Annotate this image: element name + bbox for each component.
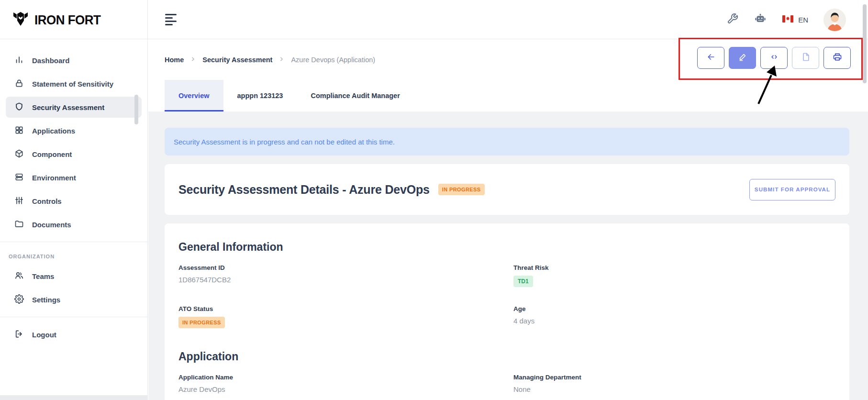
sidebar-item-label: Environment [32,174,76,182]
sidebar-scrollbar-thumb[interactable] [134,95,138,124]
lock-icon [14,78,24,89]
arrow-left-icon [706,52,716,64]
sidebar-item-logout[interactable]: Logout [6,324,142,345]
logout-icon [14,329,24,340]
action-toolbar [697,47,851,69]
field-value: 4 days [513,317,835,325]
header-actions: EN [727,0,846,39]
page-content: Security Assessment is in progress and c… [148,111,868,400]
chevron-right-icon [278,56,285,64]
sidebar-item-label: Settings [32,296,60,304]
ato-status-badge: IN PROGRESS [178,317,225,328]
general-information-card: General Information Assessment ID 1D8675… [165,223,849,400]
field-value: 1D867547DCB2 [178,276,513,284]
tab-bar: Overview apppn 123123 Compliance Audit M… [148,80,868,111]
breadcrumb-home[interactable]: Home [165,56,184,64]
language-label: EN [798,16,808,24]
edit-button[interactable] [729,47,756,69]
server-icon [14,172,24,183]
field-label: Managing Department [513,374,835,381]
field-age: Age 4 days [513,305,835,328]
printer-icon [833,52,842,64]
field-value: Azure DevOps [178,385,513,393]
sliders-icon [14,196,24,207]
sidebar-divider [0,242,147,242]
application-section: Application Application Name Azure DevOp… [178,350,835,393]
top-header: IRON FORT [0,0,868,39]
field-ato-status: ATO Status IN PROGRESS [178,305,513,328]
sidebar-item-controls[interactable]: Controls [6,190,142,211]
sidebar-item-applications[interactable]: Applications [6,120,142,141]
sidebar-item-label: Teams [32,272,54,280]
field-label: ATO Status [178,305,513,312]
breadcrumb-security-assessment[interactable]: Security Assessment [202,56,272,64]
chevron-right-icon [190,56,196,64]
field-application-name: Application Name Azure DevOps [178,374,513,393]
grid-icon [14,125,24,136]
field-label: Threat Risk [513,264,835,271]
sidebar-divider [0,317,147,317]
field-managing-department: Managing Department None [513,374,835,393]
application-heading: Application [178,350,835,363]
submit-for-approval-button[interactable]: SUBMIT FOR APPROVAL [749,179,835,200]
sidebar-item-dashboard[interactable]: Dashboard [6,50,142,71]
sidebar-item-label: Logout [32,331,56,339]
sidebar-section-organization: ORGANIZATION [0,249,147,263]
back-button[interactable] [697,47,724,69]
general-information-heading: General Information [178,241,835,254]
page-scrollbar-thumb[interactable] [863,4,867,83]
robot-icon[interactable] [754,12,767,27]
language-selector[interactable]: EN [782,15,808,24]
sidebar-item-component[interactable]: Component [6,144,142,165]
sidebar-item-label: Component [32,150,72,158]
sidebar-horizontal-scrollbar[interactable] [0,395,148,400]
main-area: Home Security Assessment Azure Devops (A… [148,39,868,400]
cube-icon [14,149,24,160]
field-label: Application Name [178,374,513,381]
folder-icon [14,219,24,230]
shield-icon [14,102,24,113]
gear-icon [14,294,24,305]
details-title-card: Security Assessment Details - Azure DevO… [165,164,849,215]
code-button[interactable] [760,47,788,69]
field-assessment-id: Assessment ID 1D867547DCB2 [178,264,513,287]
status-badge: IN PROGRESS [438,184,485,195]
users-icon [14,271,24,282]
page-title: Security Assessment Details - Azure DevO… [178,183,430,197]
bar-chart-icon [14,55,24,66]
sidebar-item-label: Applications [32,127,75,135]
brand-logo[interactable]: IRON FORT [0,0,148,39]
sidebar-item-label: Dashboard [32,56,69,65]
field-threat-risk: Threat Risk TD1 [513,264,835,287]
sidebar-item-statement-of-sensitivity[interactable]: Statement of Sensitivity [6,73,142,94]
sidebar-item-settings[interactable]: Settings [6,289,142,310]
field-value: None [513,385,835,393]
brand-name: IRON FORT [34,11,101,27]
threat-risk-badge: TD1 [513,276,533,287]
banner-text: Security Assessment is in progress and c… [174,138,395,146]
sidebar-item-label: Controls [32,197,62,205]
sidebar-item-label: Documents [32,221,71,229]
sidebar-item-security-assessment[interactable]: Security Assessment [6,97,142,118]
avatar[interactable] [823,9,846,31]
pencil-icon [738,52,747,64]
field-label: Age [513,305,835,312]
wrench-icon[interactable] [727,13,738,26]
menu-toggle-icon[interactable] [165,14,178,25]
breadcrumb: Home Security Assessment Azure Devops (A… [165,39,375,80]
canada-flag-icon [782,15,793,24]
print-button[interactable] [823,47,851,69]
sidebar-item-documents[interactable]: Documents [6,214,142,235]
sidebar-item-teams[interactable]: Teams [6,266,142,287]
app-root: IRON FORT [0,0,868,400]
tab-compliance-audit-manager[interactable]: Compliance Audit Manager [297,80,413,111]
field-label: Assessment ID [178,264,513,271]
sidebar-item-environment[interactable]: Environment [6,167,142,188]
info-banner: Security Assessment is in progress and c… [165,128,849,156]
ironfort-logo-icon [12,10,29,29]
breadcrumb-current-page: Azure Devops (Application) [291,56,375,64]
tab-overview[interactable]: Overview [165,80,223,111]
sidebar-item-label: Security Assessment [32,103,104,111]
document-button[interactable] [792,47,819,69]
tab-apppn-123123[interactable]: apppn 123123 [223,80,297,111]
